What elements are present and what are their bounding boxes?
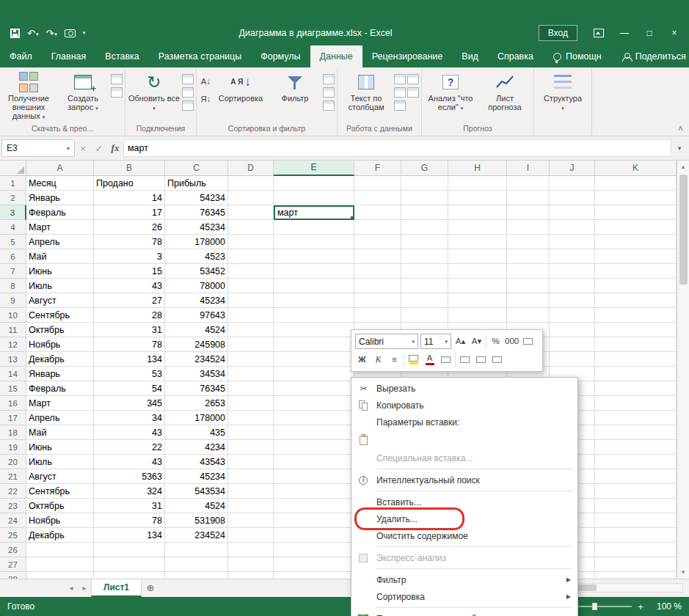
cell-C25[interactable]: 234524 [165, 528, 228, 543]
name-box-dropdown-icon[interactable]: ▾ [67, 145, 70, 152]
cell-E21[interactable] [274, 469, 354, 484]
menu-item-get-data-from-table[interactable]: Получить данные из таблицы или диапазона… [352, 610, 577, 616]
cell-K26[interactable] [595, 543, 677, 557]
column-header-F[interactable]: F [354, 161, 401, 176]
cell-D12[interactable] [228, 337, 274, 352]
cell-E7[interactable] [274, 264, 354, 279]
bold-icon[interactable]: Ж [355, 353, 369, 367]
row-header-15[interactable]: 15 [0, 381, 26, 396]
fill-color-icon[interactable] [407, 353, 420, 367]
new-sheet-icon[interactable]: ⊕ [142, 579, 159, 597]
sheet-nav-right-icon[interactable]: ▸ [78, 579, 91, 597]
row-header-20[interactable]: 20 [0, 455, 26, 469]
cell-J1[interactable] [550, 176, 595, 191]
tab-2-Вставка[interactable]: Вставка [95, 45, 148, 67]
cell-B19[interactable]: 22 [94, 440, 165, 455]
redo-dropdown-icon[interactable]: ▾ [54, 30, 57, 39]
cell-A11[interactable]: Октябрь [26, 323, 94, 337]
cell-K18[interactable] [595, 425, 677, 440]
column-header-B[interactable]: B [94, 161, 165, 176]
cell-C13[interactable]: 234524 [165, 352, 228, 367]
cell-C6[interactable]: 4523 [165, 249, 228, 264]
cell-B16[interactable]: 345 [94, 396, 165, 411]
cell-C23[interactable]: 4524 [165, 499, 228, 513]
cell-E24[interactable] [274, 513, 354, 528]
cell-A28[interactable] [26, 572, 94, 579]
insert-function-icon[interactable]: fx [107, 142, 123, 154]
cell-C10[interactable]: 97643 [165, 308, 228, 323]
cell-J4[interactable] [550, 220, 595, 235]
cell-C3[interactable]: 76345 [165, 205, 228, 220]
row-header-7[interactable]: 7 [0, 264, 26, 279]
menu-item-copy[interactable]: Копировать [352, 397, 577, 414]
column-header-G[interactable]: G [401, 161, 448, 176]
menu-item-quick-analysis[interactable]: Экспресс-анализ [352, 549, 577, 566]
row-header-4[interactable]: 4 [0, 220, 26, 235]
menu-item-clear-contents[interactable]: Очистить содержимое [352, 527, 577, 544]
cell-E18[interactable] [274, 425, 354, 440]
cell-B4[interactable]: 26 [94, 220, 165, 235]
row-header-9[interactable]: 9 [0, 293, 26, 308]
cell-D24[interactable] [228, 513, 274, 528]
close-button[interactable]: × [663, 22, 686, 44]
cell-K20[interactable] [595, 455, 677, 469]
cell-K3[interactable] [595, 205, 677, 220]
cell-C20[interactable]: 43543 [165, 455, 228, 469]
tab-7-Вид[interactable]: Вид [452, 45, 488, 67]
text-to-columns-button[interactable]: Текст по столбцам [340, 70, 393, 111]
cell-E22[interactable] [274, 484, 354, 499]
cell-C15[interactable]: 76345 [165, 381, 228, 396]
tab-5-Данные[interactable]: Данные [310, 45, 362, 67]
column-header-E[interactable]: E [274, 161, 354, 176]
cell-B9[interactable]: 27 [94, 293, 165, 308]
get-external-data-button[interactable]: Получение внешних данных ▾ [2, 70, 55, 122]
cell-H7[interactable] [448, 264, 507, 279]
cell-B27[interactable] [94, 557, 165, 572]
cell-B13[interactable]: 134 [94, 352, 165, 367]
cell-C11[interactable]: 4524 [165, 323, 228, 337]
cell-E11[interactable] [274, 323, 354, 337]
cell-H9[interactable] [448, 293, 507, 308]
cell-K1[interactable] [595, 176, 677, 191]
tell-me-button[interactable]: Помощн [543, 45, 612, 67]
cell-K19[interactable] [595, 440, 677, 455]
cell-E25[interactable] [274, 528, 354, 543]
row-header-5[interactable]: 5 [0, 235, 26, 249]
cell-G10[interactable] [401, 308, 448, 323]
cell-B21[interactable]: 5363 [94, 469, 165, 484]
cell-I9[interactable] [507, 293, 550, 308]
cell-A22[interactable]: Сентябрь [26, 484, 94, 499]
row-header-23[interactable]: 23 [0, 499, 26, 513]
cell-D25[interactable] [228, 528, 274, 543]
cell-K6[interactable] [595, 249, 677, 264]
menu-item-delete-cells[interactable]: Удалить... [352, 510, 577, 527]
cell-B20[interactable]: 43 [94, 455, 165, 469]
cell-E16[interactable] [274, 396, 354, 411]
cell-C12[interactable]: 245908 [165, 337, 228, 352]
relationships-icon[interactable] [407, 87, 419, 98]
cell-A21[interactable]: Август [26, 469, 94, 484]
row-header-24[interactable]: 24 [0, 513, 26, 528]
format-painter-icon[interactable] [490, 353, 504, 367]
cell-B15[interactable]: 54 [94, 381, 165, 396]
cell-E8[interactable] [274, 279, 354, 293]
column-header-C[interactable]: C [165, 161, 228, 176]
cell-D27[interactable] [228, 557, 274, 572]
cell-B22[interactable]: 324 [94, 484, 165, 499]
cell-K12[interactable] [595, 337, 677, 352]
cell-K24[interactable] [595, 513, 677, 528]
cell-D20[interactable] [228, 455, 274, 469]
cell-A26[interactable] [26, 543, 94, 557]
cell-F7[interactable] [354, 264, 401, 279]
row-header-1[interactable]: 1 [0, 176, 26, 191]
cell-H4[interactable] [448, 220, 507, 235]
cell-G3[interactable] [401, 205, 448, 220]
tab-1-Главная[interactable]: Главная [42, 45, 96, 67]
column-header-H[interactable]: H [448, 161, 507, 176]
cell-K23[interactable] [595, 499, 677, 513]
cell-A24[interactable]: Ноябрь [26, 513, 94, 528]
maximize-button[interactable]: □ [638, 22, 661, 44]
zoom-in-icon[interactable]: + [633, 601, 648, 612]
cell-A23[interactable]: Октябрь [26, 499, 94, 513]
cell-A3[interactable]: Февраль [26, 205, 94, 220]
